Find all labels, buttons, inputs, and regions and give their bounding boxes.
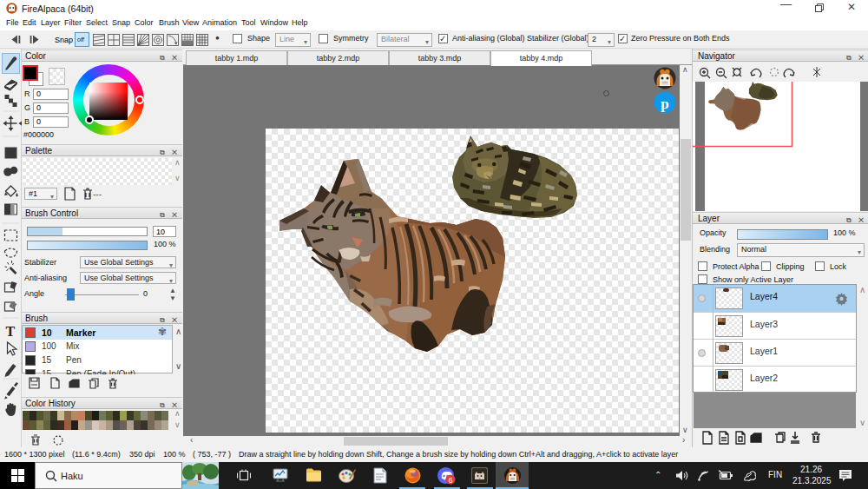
svg-text:6: 6	[448, 476, 452, 485]
svg-text:T: T	[6, 324, 16, 339]
svg-text:p: p	[661, 96, 668, 112]
